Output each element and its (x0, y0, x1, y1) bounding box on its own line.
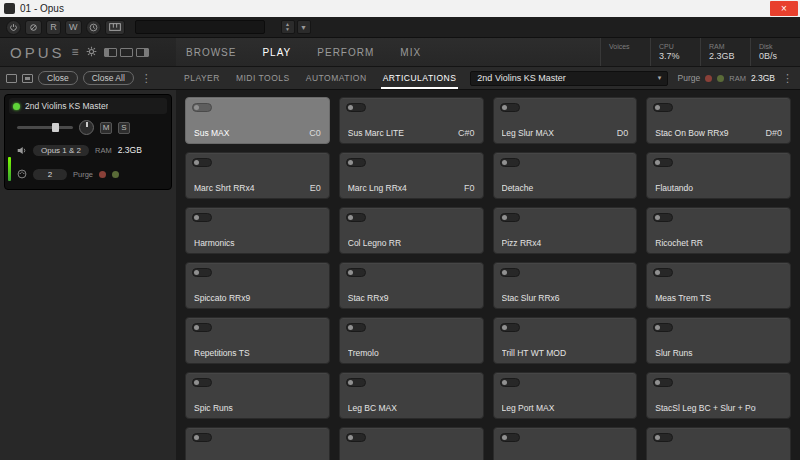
articulation-cell[interactable]: Pizz RRx4 (493, 207, 638, 254)
solo-button[interactable]: S (118, 122, 130, 134)
articulation-cell[interactable]: Stac RRx9 (339, 262, 484, 309)
articulation-cell[interactable] (493, 427, 638, 460)
tab-mix[interactable]: MIX (400, 47, 421, 58)
layout-full-view-icon[interactable] (120, 48, 133, 57)
articulation-toggle[interactable] (500, 103, 520, 112)
articulation-toggle[interactable] (192, 103, 212, 112)
purge-green-led[interactable] (717, 75, 724, 82)
mute-button[interactable]: M (100, 122, 112, 134)
articulation-toggle[interactable] (653, 433, 673, 442)
tab-perform[interactable]: PERFORM (317, 47, 374, 58)
articulation-cell[interactable]: Leg BC MAX (339, 372, 484, 419)
menu-icon[interactable]: ≡ (72, 46, 79, 58)
articulation-cell[interactable]: Ricochet RR (646, 207, 791, 254)
articulation-cell[interactable]: Trill HT WT MOD (493, 317, 638, 364)
articulation-cell[interactable]: Detache (493, 152, 638, 199)
articulation-cell[interactable]: Meas Trem TS (646, 262, 791, 309)
step-down-icon[interactable]: ▼ (285, 27, 290, 32)
articulation-toggle[interactable] (500, 158, 520, 167)
midi-channel-selector[interactable]: 2 (33, 169, 67, 180)
metronome-button[interactable] (86, 20, 101, 35)
layout-left-panel-icon[interactable] (104, 48, 117, 57)
window-close-button[interactable]: × (770, 1, 798, 16)
strip-purge-green-led[interactable] (112, 171, 119, 178)
preset-dropdown-button[interactable]: ▼ (297, 20, 311, 34)
purge-red-led[interactable] (705, 75, 712, 82)
close-button[interactable]: Close (38, 71, 78, 85)
articulation-cell[interactable]: Repetitions TS (185, 317, 330, 364)
volume-slider-handle[interactable] (52, 123, 59, 132)
channel-strip-header[interactable]: 2nd Violins KS Master (9, 98, 167, 114)
instrument-selector-dropdown[interactable]: 2nd Violins KS Master ▾ (470, 71, 668, 86)
tab-articulations[interactable]: ARTICULATIONS (383, 67, 457, 89)
articulation-toggle[interactable] (653, 103, 673, 112)
articulation-cell[interactable]: Spic Runs (185, 372, 330, 419)
articulation-toggle[interactable] (500, 323, 520, 332)
volume-slider[interactable] (17, 126, 73, 129)
articulation-cell[interactable]: Slur Runs (646, 317, 791, 364)
articulation-cell[interactable]: Stac On Bow RRx9D#0 (646, 97, 791, 144)
articulation-toggle[interactable] (346, 158, 366, 167)
articulation-toggle[interactable] (192, 268, 212, 277)
tab-midi-tools[interactable]: MIDI TOOLS (236, 67, 290, 89)
articulation-toggle[interactable] (192, 323, 212, 332)
articulation-toggle[interactable] (192, 158, 212, 167)
articulation-cell[interactable]: Sus MAXC0 (185, 97, 330, 144)
articulation-cell[interactable]: Leg Port MAX (493, 372, 638, 419)
tab-automation[interactable]: AUTOMATION (306, 67, 367, 89)
articulation-cell[interactable]: Harmonics (185, 207, 330, 254)
articulation-toggle[interactable] (346, 268, 366, 277)
panic-notes-off-button[interactable] (25, 20, 42, 35)
articulation-toggle[interactable] (346, 213, 366, 222)
articulation-toggle[interactable] (653, 158, 673, 167)
articulation-cell[interactable]: Tremolo (339, 317, 484, 364)
articulation-toggle[interactable] (653, 213, 673, 222)
tab-play[interactable]: PLAY (262, 47, 291, 58)
automation-write-button[interactable]: W (65, 20, 82, 35)
articulation-toggle[interactable] (500, 433, 520, 442)
articulation-toggle[interactable] (653, 268, 673, 277)
articulation-toggle[interactable] (192, 213, 212, 222)
tab-browse[interactable]: BROWSE (186, 47, 236, 58)
articulation-toggle[interactable] (346, 323, 366, 332)
tab-player[interactable]: PLAYER (184, 67, 220, 89)
strip-purge-red-led[interactable] (99, 171, 106, 178)
articulation-toggle[interactable] (653, 378, 673, 387)
articulation-cell[interactable]: StacSl Leg BC + Slur + Port MAX (646, 372, 791, 419)
articulation-cell[interactable] (339, 427, 484, 460)
articulation-cell[interactable]: Sus Marc LITEC#0 (339, 97, 484, 144)
articulation-toggle[interactable] (653, 323, 673, 332)
articulation-cell[interactable]: Marc Shrt RRx4E0 (185, 152, 330, 199)
articulation-toggle[interactable] (500, 213, 520, 222)
collapse-view-icon[interactable] (6, 74, 17, 83)
pan-knob[interactable] (79, 120, 94, 135)
close-all-button[interactable]: Close All (83, 71, 134, 85)
settings-gear-icon[interactable] (86, 46, 97, 59)
preset-step-buttons[interactable]: ▲ ▼ (281, 20, 295, 34)
articulation-toggle[interactable] (346, 103, 366, 112)
articulation-cell[interactable]: Marc Lng RRx4F0 (339, 152, 484, 199)
articulation-cell[interactable]: Spiccato RRx9 (185, 262, 330, 309)
articulation-cell[interactable]: Flautando (646, 152, 791, 199)
output-selector[interactable]: Opus 1 & 2 (33, 145, 89, 156)
articulation-toggle[interactable] (192, 378, 212, 387)
articulation-toggle[interactable] (346, 378, 366, 387)
articulation-toggle[interactable] (192, 433, 212, 442)
articulation-toggle[interactable] (346, 433, 366, 442)
articulation-cell[interactable] (185, 427, 330, 460)
articulation-cell[interactable]: Stac Slur RRx6 (493, 262, 638, 309)
articulation-cell[interactable] (646, 427, 791, 460)
sidebar-kebab-menu-icon[interactable]: ⋮ (139, 72, 154, 85)
channel-strip[interactable]: 2nd Violins KS Master M S Opus 1 & 2 RAM… (4, 94, 172, 190)
articulation-toggle[interactable] (500, 378, 520, 387)
options-kebab-menu-icon[interactable]: ⋮ (780, 72, 795, 85)
expand-view-icon[interactable] (22, 74, 33, 83)
keyboard-button[interactable] (105, 20, 125, 35)
transport-preset-select[interactable] (135, 20, 265, 34)
power-button[interactable] (6, 20, 21, 35)
articulation-toggle[interactable] (500, 268, 520, 277)
articulation-cell[interactable]: Col Legno RR (339, 207, 484, 254)
automation-read-button[interactable]: R (46, 20, 61, 35)
articulation-cell[interactable]: Leg Slur MAXD0 (493, 97, 638, 144)
layout-right-panel-icon[interactable] (136, 48, 149, 57)
